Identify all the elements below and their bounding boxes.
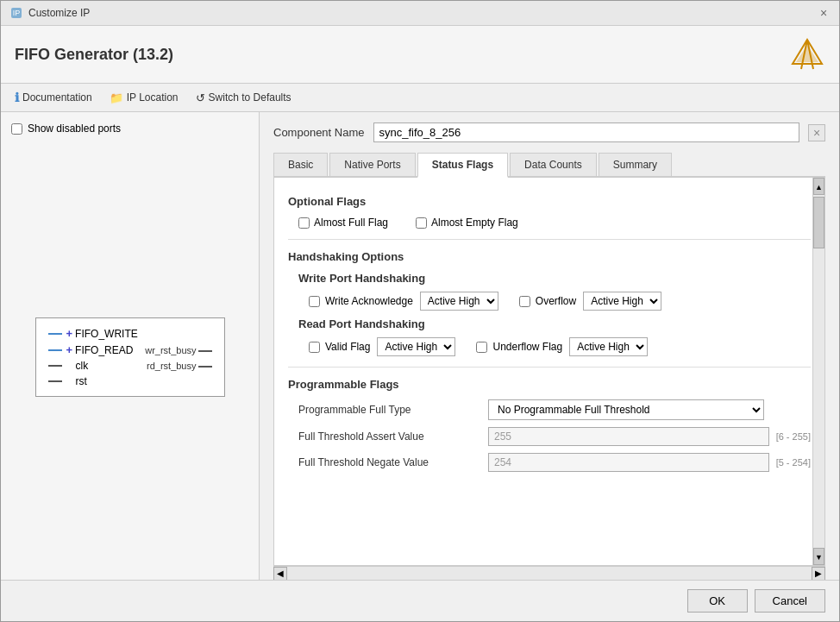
rst-row: rst xyxy=(48,375,212,387)
horizontal-scroll-track xyxy=(287,567,812,580)
valid-flag-checkbox[interactable] xyxy=(309,342,320,353)
tab-native-ports[interactable]: Native Ports xyxy=(329,153,415,176)
scrollbar-track: ▲ ▼ xyxy=(812,178,824,565)
full-assert-input[interactable] xyxy=(488,427,769,446)
scroll-left-button[interactable]: ◀ xyxy=(273,567,287,581)
handshaking-options-title: Handshaking Options xyxy=(288,250,811,263)
close-button[interactable]: × xyxy=(817,6,831,20)
xilinx-logo xyxy=(789,36,825,72)
full-type-row: Programmable Full Type No Programmable F… xyxy=(288,399,811,420)
write-acknowledge-item: Write Acknowledge xyxy=(309,295,413,307)
app-title: FIFO Generator (13.2) xyxy=(15,46,173,64)
fifo-read-label: FIFO_READ xyxy=(75,344,133,356)
horizontal-scrollbar: ◀ ▶ xyxy=(273,566,825,580)
fifo-block: + FIFO_WRITE + FIFO_READ wr_rst_busy xyxy=(48,327,212,387)
diagram-area: + FIFO_WRITE + FIFO_READ wr_rst_busy xyxy=(11,145,248,569)
almost-full-flag-label: Almost Full Flag xyxy=(314,217,388,229)
tab-data-counts[interactable]: Data Counts xyxy=(510,153,597,176)
almost-full-flag-item: Almost Full Flag xyxy=(298,217,388,229)
overflow-select[interactable]: Active High Active Low xyxy=(583,292,661,311)
underflow-flag-item: Underflow Flag xyxy=(476,341,562,353)
port-line-rst xyxy=(48,380,62,382)
divider-1 xyxy=(288,239,811,240)
scrollbar-up-button[interactable]: ▲ xyxy=(813,178,824,195)
component-name-input[interactable] xyxy=(373,123,800,142)
documentation-label: Documentation xyxy=(22,91,92,104)
port-line-fifo-write xyxy=(48,333,62,335)
tabs: Basic Native Ports Status Flags Data Cou… xyxy=(273,153,825,178)
show-disabled-ports-checkbox[interactable] xyxy=(11,123,22,135)
refresh-icon: ↺ xyxy=(196,91,205,104)
documentation-button[interactable]: ℹ Documentation xyxy=(15,91,92,104)
underflow-flag-checkbox[interactable] xyxy=(476,342,487,353)
rst-port: rst xyxy=(48,375,126,387)
switch-defaults-button[interactable]: ↺ Switch to Defaults xyxy=(196,91,291,104)
customize-ip-icon: IP xyxy=(9,6,23,20)
main-content: Show disabled ports + FIFO_WRITE xyxy=(1,112,839,580)
programmable-flags-title: Programmable Flags xyxy=(288,378,811,391)
clear-component-name-button[interactable]: × xyxy=(808,124,825,141)
scroll-right-button[interactable]: ▶ xyxy=(812,567,825,581)
write-acknowledge-select[interactable]: Active High Active Low xyxy=(420,292,498,311)
overflow-label: Overflow xyxy=(536,295,576,307)
rd-rst-signal: rd_rst_busy xyxy=(147,361,211,371)
tab-basic[interactable]: Basic xyxy=(273,153,328,176)
scroll-down-icon: ▼ xyxy=(814,549,824,566)
programmable-section: Programmable Full Type No Programmable F… xyxy=(288,399,811,472)
underflow-flag-select[interactable]: Active High Active Low xyxy=(569,337,648,356)
show-disabled-ports-row: Show disabled ports xyxy=(11,123,248,135)
full-assert-label: Full Threshold Assert Value xyxy=(298,430,488,443)
port-line-clk xyxy=(48,365,62,367)
show-disabled-ports-label: Show disabled ports xyxy=(28,123,121,135)
plus-icon-write: + xyxy=(66,327,73,340)
info-icon: ℹ xyxy=(15,91,19,104)
component-name-row: Component Name × xyxy=(273,123,825,142)
left-panel: Show disabled ports + FIFO_WRITE xyxy=(1,112,260,580)
ok-button[interactable]: OK xyxy=(687,589,748,613)
toolbar: ℹ Documentation 📁 IP Location ↺ Switch t… xyxy=(1,84,839,112)
underflow-flag-label: Underflow Flag xyxy=(492,341,562,353)
overflow-checkbox[interactable] xyxy=(519,296,530,307)
fifo-read-port: + FIFO_READ xyxy=(48,343,134,356)
optional-flags-title: Optional Flags xyxy=(288,195,811,208)
fifo-write-port: + FIFO_WRITE xyxy=(48,327,138,340)
main-window: IP Customize IP × FIFO Generator (13.2) … xyxy=(0,0,840,622)
read-port-title: Read Port Handshaking xyxy=(298,317,811,330)
tab-summary[interactable]: Summary xyxy=(599,153,672,176)
valid-flag-select[interactable]: Active High Active Low xyxy=(377,337,455,356)
ip-location-label: IP Location xyxy=(127,91,179,104)
title-bar-left: IP Customize IP xyxy=(9,6,90,20)
fifo-diagram: + FIFO_WRITE + FIFO_READ wr_rst_busy xyxy=(35,317,225,397)
optional-flags-row: Almost Full Flag Almost Empty Flag xyxy=(288,217,811,229)
valid-flag-label: Valid Flag xyxy=(325,341,370,353)
tab-content-status-flags: Optional Flags Almost Full Flag Almost E… xyxy=(273,178,825,566)
tab-status-flags[interactable]: Status Flags xyxy=(417,153,508,178)
full-negate-input[interactable] xyxy=(488,453,769,472)
scrollbar-thumb[interactable] xyxy=(813,197,824,248)
ip-location-button[interactable]: 📁 IP Location xyxy=(110,91,179,104)
almost-full-flag-checkbox[interactable] xyxy=(298,217,310,229)
full-negate-row: Full Threshold Negate Value [5 - 254] xyxy=(288,453,811,472)
clk-label: clk xyxy=(76,360,89,372)
clk-row: clk rd_rst_busy xyxy=(48,360,212,372)
write-port-row: Write Acknowledge Active High Active Low… xyxy=(298,292,811,311)
divider-2 xyxy=(288,367,811,368)
scroll-up-icon: ▲ xyxy=(814,179,824,196)
write-acknowledge-label: Write Acknowledge xyxy=(325,295,413,307)
almost-empty-flag-checkbox[interactable] xyxy=(416,217,427,229)
scrollbar-down-button[interactable]: ▼ xyxy=(813,548,824,565)
handshaking-section: Write Port Handshaking Write Acknowledge… xyxy=(298,272,811,356)
switch-defaults-label: Switch to Defaults xyxy=(209,91,291,104)
almost-empty-flag-item: Almost Empty Flag xyxy=(416,217,518,229)
almost-empty-flag-label: Almost Empty Flag xyxy=(431,217,518,229)
wr-rst-signal: wr_rst_busy xyxy=(145,345,211,355)
svg-text:IP: IP xyxy=(13,9,21,17)
full-type-select[interactable]: No Programmable Full Threshold Single Pr… xyxy=(488,399,764,420)
fifo-write-label: FIFO_WRITE xyxy=(75,328,138,340)
cancel-button[interactable]: Cancel xyxy=(755,589,825,613)
title-bar: IP Customize IP × xyxy=(1,1,839,26)
write-acknowledge-checkbox[interactable] xyxy=(309,296,320,307)
right-panel: Component Name × Basic Native Ports Stat… xyxy=(260,112,839,580)
location-icon: 📁 xyxy=(110,91,123,104)
title-bar-text: Customize IP xyxy=(28,7,90,19)
